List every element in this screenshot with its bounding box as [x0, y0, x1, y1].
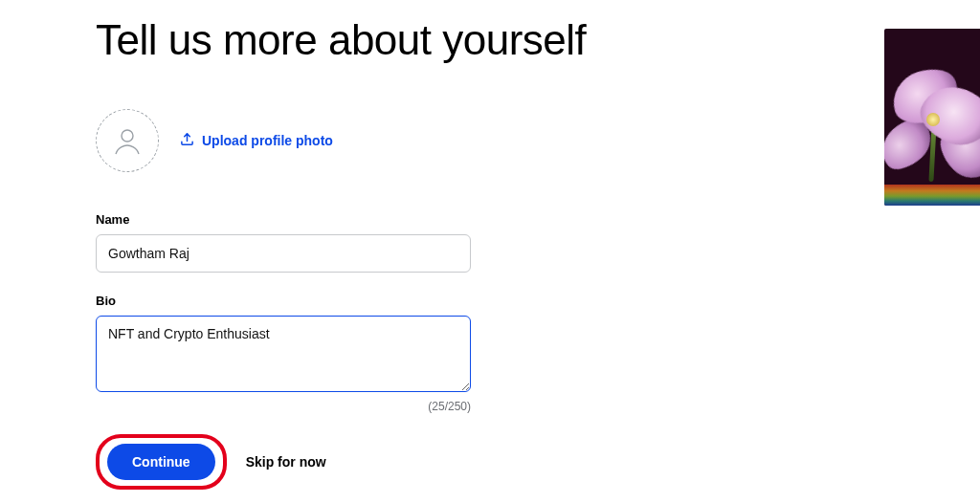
name-input[interactable]	[96, 234, 471, 273]
highlight-ring: Continue	[96, 434, 227, 490]
decorative-side-image	[884, 29, 980, 206]
upload-icon	[180, 132, 194, 149]
name-field-group: Name	[96, 212, 670, 273]
skip-for-now-link[interactable]: Skip for now	[246, 454, 326, 470]
person-icon	[111, 124, 144, 157]
avatar-placeholder[interactable]	[96, 109, 159, 172]
upload-profile-photo-link[interactable]: Upload profile photo	[180, 132, 333, 149]
bio-label: Bio	[96, 294, 670, 308]
name-label: Name	[96, 212, 670, 227]
upload-link-label: Upload profile photo	[202, 133, 333, 148]
page-title: Tell us more about yourself	[96, 17, 670, 63]
bio-field-group: Bio (25/250)	[96, 294, 670, 413]
action-row: Continue Skip for now	[96, 434, 670, 490]
profile-photo-row: Upload profile photo	[96, 109, 670, 172]
bio-char-count: (25/250)	[96, 400, 471, 413]
bio-textarea[interactable]	[96, 316, 471, 392]
svg-point-0	[122, 130, 133, 142]
continue-button[interactable]: Continue	[107, 444, 215, 480]
